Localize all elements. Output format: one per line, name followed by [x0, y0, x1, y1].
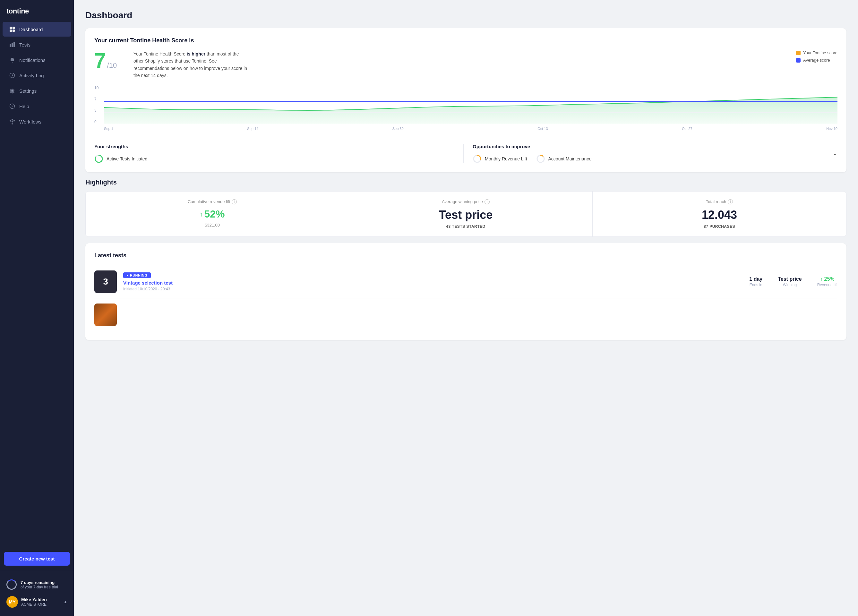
sidebar-footer: 7 days remaining of your 7-day free tria… [0, 571, 74, 616]
user-store: ACME STORE [21, 602, 47, 607]
highlight-total-reach-sub: 87 PURCHASES [602, 224, 837, 229]
test-metric-winning: Test price Winning [778, 276, 802, 287]
svg-rect-2 [9, 30, 12, 32]
test-revenue-lift-label: Revenue lift [817, 283, 838, 287]
sidebar-item-help[interactable]: ? Help [3, 99, 71, 114]
create-new-test-button[interactable]: Create new test [4, 552, 70, 566]
highlights-grid: Cumulative revenue lift i ↑ 52% $321.00 … [85, 191, 846, 237]
latest-tests-card: Latest tests 3 ● RUNNING Vintage selecti… [85, 243, 846, 340]
chart-area-fill [104, 97, 838, 123]
avg-price-info-icon[interactable]: i [485, 199, 490, 204]
app-logo: tontine [0, 0, 74, 21]
opportunity-revenue-label: Monthly Revenue Lift [485, 156, 527, 162]
bell-icon [9, 57, 16, 63]
svg-point-12 [12, 119, 13, 120]
svg-rect-0 [9, 26, 12, 29]
strengths-row: Your strengths Active Tests Initiated Op… [94, 137, 838, 163]
account-maintenance-progress-ring [536, 154, 545, 163]
chart-x-labels: Sep 1 Sep 14 Sep 30 Oct 13 Oct 27 Nov 10 [104, 127, 838, 131]
total-reach-info-icon[interactable]: i [728, 199, 733, 204]
opportunity-revenue-lift: Monthly Revenue Lift [473, 154, 527, 163]
sidebar-item-label: Help [19, 104, 29, 109]
sidebar-item-tests[interactable]: Tests [3, 37, 71, 52]
opportunity-account-maintenance: Account Maintenance [536, 154, 592, 163]
legend-average-label: Average score [803, 58, 830, 62]
test-name-vintage[interactable]: Vintage selection test [123, 280, 743, 286]
highlight-revenue-lift: Cumulative revenue lift i ↑ 52% $321.00 [85, 191, 339, 236]
sidebar-item-notifications[interactable]: Notifications [3, 53, 71, 67]
bar-chart-icon [9, 41, 16, 48]
health-score-description: Your Tontine Health Score is higher than… [134, 50, 249, 79]
svg-point-15 [12, 123, 13, 124]
highlight-avg-price-value: Test price [348, 208, 583, 222]
user-profile[interactable]: MY Mike Yalden ACME STORE ▲ [4, 593, 70, 611]
chevron-up-icon: ▲ [64, 600, 67, 604]
highlight-total-reach-label: Total reach i [602, 199, 837, 204]
main-content: Dashboard Your current Tontine Health Sc… [74, 0, 858, 616]
revenue-lift-progress-ring [473, 154, 482, 163]
test-item-vintage: 3 ● RUNNING Vintage selection test Initi… [94, 265, 838, 299]
highlight-total-reach: Total reach i 12.043 87 PURCHASES [593, 191, 846, 236]
highlight-avg-price-sub: 43 TESTS STARTED [348, 224, 583, 229]
sidebar-item-label: Activity Log [19, 73, 44, 78]
sidebar-item-dashboard[interactable]: Dashboard [3, 22, 71, 37]
sidebar-item-workflows[interactable]: Workflows [3, 114, 71, 129]
test-winning-value: Test price [778, 276, 802, 282]
workflow-icon [9, 118, 16, 125]
arrow-up-icon: ↑ [200, 210, 203, 218]
svg-rect-5 [12, 43, 13, 47]
legend-average-score: Average score [796, 58, 838, 62]
score-desc-bold: is higher [187, 51, 205, 56]
health-score-value: 7 [94, 50, 106, 71]
highlight-revenue-sub: $321.00 [95, 222, 330, 227]
clock-icon [9, 72, 16, 79]
svg-rect-3 [12, 30, 15, 32]
sidebar-item-label: Dashboard [19, 26, 43, 32]
health-score-title: Your current Tontine Health Score is [94, 37, 838, 44]
svg-rect-4 [9, 44, 11, 47]
test-ends-in-value: 1 day [749, 276, 762, 282]
test-ends-in-label: Ends in [749, 283, 762, 287]
chart-svg [104, 86, 838, 124]
highlight-revenue-value: 52% [204, 208, 225, 220]
health-score-denom: /10 [107, 61, 117, 70]
highlights-section: Highlights Cumulative revenue lift i ↑ 5… [85, 179, 846, 237]
sidebar-item-label: Settings [19, 88, 37, 94]
test-metric-ends-in: 1 day Ends in [749, 276, 762, 287]
sidebar-item-settings[interactable]: Settings [3, 83, 71, 98]
opportunity-account-label: Account Maintenance [549, 156, 592, 162]
strengths-column: Your strengths Active Tests Initiated [94, 144, 454, 163]
sidebar-item-label: Notifications [19, 58, 45, 63]
strengths-title: Your strengths [94, 144, 454, 149]
grid-icon [9, 26, 16, 33]
test-status-badge: ● RUNNING [123, 272, 151, 278]
chart-y-labels: 10 7 3 0 [94, 86, 102, 124]
opportunities-column: Opportunities to improve Monthly Revenue… [473, 144, 833, 163]
score-desc-pre: Your Tontine Health Score [134, 51, 187, 56]
user-name: Mike Yalden [21, 597, 47, 602]
page-title: Dashboard [85, 10, 846, 20]
gear-icon [9, 87, 16, 94]
test-thumbnail-vintage: 3 [94, 271, 117, 293]
test-date-vintage: Initiated 10/10/2020 - 20:43 [123, 287, 743, 291]
legend-average-dot [796, 58, 800, 62]
strength-active-tests: Active Tests Initiated [94, 154, 147, 163]
active-tests-progress-ring [94, 154, 103, 163]
sidebar-item-activity-log[interactable]: Activity Log [3, 68, 71, 83]
gridline-3 [104, 112, 838, 113]
avatar: MY [6, 596, 18, 608]
highlight-revenue-value-row: ↑ 52% [95, 208, 330, 220]
highlight-total-reach-value: 12.043 [602, 208, 837, 222]
highlight-avg-price-label: Average winning price i [348, 199, 583, 204]
chart-legend: Your Tontine score Average score [796, 50, 838, 62]
latest-tests-title: Latest tests [94, 252, 838, 259]
highlight-revenue-lift-label: Cumulative revenue lift i [95, 199, 330, 204]
svg-text:?: ? [11, 104, 13, 109]
svg-point-13 [14, 120, 15, 121]
strengths-collapse-button[interactable]: ⌄ [833, 150, 838, 157]
chart-area [104, 86, 838, 124]
svg-point-11 [9, 120, 11, 121]
highlights-title: Highlights [85, 179, 846, 186]
revenue-lift-info-icon[interactable]: i [232, 199, 237, 204]
sidebar-item-label: Tests [19, 42, 31, 47]
